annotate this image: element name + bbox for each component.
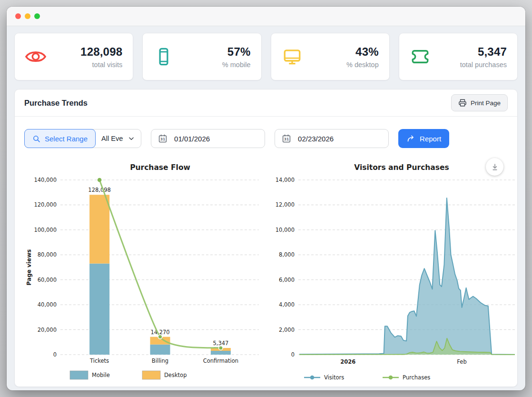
stat-card-total-visits: 128,098 total visits [14, 33, 133, 80]
svg-text:2026: 2026 [340, 358, 355, 365]
event-select-value: All Events [101, 135, 123, 142]
svg-text:2,000: 2,000 [279, 327, 295, 333]
svg-text:Purchase Flow: Purchase Flow [130, 163, 190, 172]
range-filter-group: Select Range All Events [24, 129, 141, 148]
stat-label: % desktop [346, 61, 379, 69]
stat-label: total visits [80, 61, 122, 69]
svg-text:Purchases: Purchases [403, 374, 430, 381]
zoom-button[interactable] [34, 13, 40, 19]
start-date-input[interactable] [173, 134, 258, 143]
calendar-icon: 31 [158, 134, 167, 143]
svg-text:0: 0 [291, 351, 295, 358]
visitors-purchases-svg: Visitors and Purchases02,0004,0006,0008,… [268, 159, 517, 387]
eye-icon [25, 46, 46, 67]
svg-text:Feb: Feb [457, 358, 466, 365]
stat-value: 5,347 [460, 45, 507, 59]
page-content: 128,098 total visits 57% % mob [7, 26, 525, 387]
svg-text:31: 31 [284, 137, 289, 141]
search-icon [32, 135, 40, 143]
start-date-field[interactable]: 31 [151, 129, 265, 148]
purchase-flow-chart: Purchase Flow020,00040,00060,00080,00010… [23, 159, 268, 389]
svg-text:100,000: 100,000 [34, 227, 57, 233]
calendar-icon: 31 [282, 134, 291, 143]
panel-header: Purchase Trends Print Page [15, 89, 517, 117]
svg-text:Page views: Page views [26, 249, 32, 286]
svg-text:14,000: 14,000 [276, 177, 295, 183]
svg-text:40,000: 40,000 [38, 301, 57, 308]
stat-value: 43% [346, 45, 379, 59]
stat-card-total-purchases: 5,347 total purchases [399, 33, 518, 80]
desktop-background: 128,098 total visits 57% % mob [0, 0, 532, 397]
stat-card-percent-mobile: 57% % mobile [142, 33, 261, 80]
svg-text:4,000: 4,000 [279, 301, 295, 308]
stats-row: 128,098 total visits 57% % mob [14, 33, 518, 80]
report-label: Report [420, 135, 441, 143]
stat-value: 57% [222, 45, 251, 59]
print-page-label: Print Page [471, 99, 501, 107]
purchase-trends-panel: Purchase Trends Print Page [14, 89, 518, 387]
svg-text:6,000: 6,000 [279, 277, 295, 283]
svg-text:Visitors and Purchases: Visitors and Purchases [354, 163, 449, 172]
monitor-icon [282, 46, 303, 67]
download-chart-button[interactable] [486, 158, 503, 176]
window-controls [15, 13, 40, 19]
svg-text:8,000: 8,000 [279, 251, 295, 258]
stat-card-percent-desktop: 43% % desktop [271, 33, 390, 80]
filter-row: Select Range All Events [15, 117, 517, 159]
svg-text:20,000: 20,000 [38, 327, 57, 333]
svg-text:60,000: 60,000 [38, 277, 57, 283]
app-window: 128,098 total visits 57% % mob [7, 7, 525, 390]
report-button[interactable]: Report [398, 129, 449, 148]
charts-row: Purchase Flow020,00040,00060,00080,00010… [15, 159, 517, 389]
svg-text:80,000: 80,000 [38, 251, 57, 258]
svg-text:Visitors: Visitors [324, 374, 344, 381]
print-page-button[interactable]: Print Page [451, 94, 508, 111]
window-titlebar [7, 7, 525, 26]
svg-text:140,000: 140,000 [34, 177, 57, 183]
printer-icon [458, 99, 467, 107]
end-date-input[interactable] [297, 134, 382, 143]
select-range-button[interactable]: Select Range [24, 129, 96, 148]
chevron-down-icon [128, 135, 135, 142]
end-date-field[interactable]: 31 [275, 129, 389, 148]
stat-value: 128,098 [80, 45, 122, 59]
svg-text:10,000: 10,000 [276, 227, 295, 233]
svg-text:Desktop: Desktop [164, 372, 187, 378]
minimize-button[interactable] [25, 13, 30, 19]
svg-text:Mobile: Mobile [92, 372, 110, 378]
phone-icon [153, 46, 174, 67]
stat-label: % mobile [222, 61, 251, 69]
svg-text:Confirmation: Confirmation [203, 357, 238, 364]
svg-text:128,098: 128,098 [88, 187, 111, 193]
svg-text:Tickets: Tickets [89, 357, 109, 364]
close-button[interactable] [15, 13, 21, 19]
ticket-icon [410, 46, 431, 67]
svg-text:0: 0 [53, 351, 57, 358]
purchase-flow-svg: Purchase Flow020,00040,00060,00080,00010… [23, 159, 268, 387]
svg-text:12,000: 12,000 [276, 201, 295, 208]
stat-label: total purchases [460, 61, 507, 69]
download-icon [491, 163, 499, 171]
svg-text:Billing: Billing [152, 357, 168, 364]
event-type-select[interactable]: All Events [95, 129, 141, 148]
svg-text:120,000: 120,000 [34, 201, 57, 208]
panel-title: Purchase Trends [24, 99, 88, 108]
select-range-label: Select Range [45, 135, 88, 143]
visitors-purchases-chart: Visitors and Purchases02,0004,0006,0008,… [268, 159, 517, 389]
share-arrow-icon [406, 134, 415, 143]
svg-text:31: 31 [160, 137, 165, 141]
